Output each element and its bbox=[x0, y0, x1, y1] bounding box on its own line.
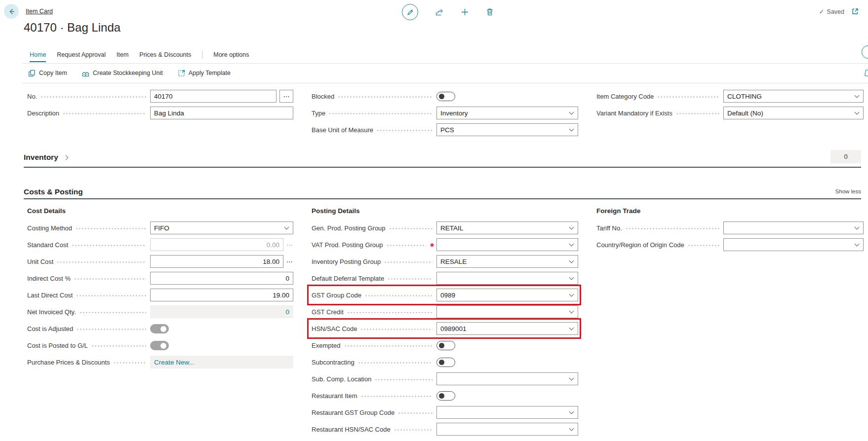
chevron-right-icon bbox=[63, 155, 68, 160]
field-base-uom-label: Base Unit of Measure bbox=[312, 126, 373, 134]
hsn-sac-code-label: HSN/SAC Code bbox=[312, 325, 357, 332]
no-input[interactable] bbox=[150, 90, 276, 103]
clipped-help-icon bbox=[862, 45, 868, 59]
tariff-no-dropdown[interactable] bbox=[723, 221, 864, 234]
field-default-deferral-template: Default Deferral Template bbox=[312, 272, 578, 285]
field-cost-is-adjusted: Cost is Adjusted bbox=[27, 322, 293, 335]
costs-posting-fasttab-header[interactable]: Costs & Posting bbox=[24, 185, 861, 198]
costing-method-dropdown[interactable]: FIFO bbox=[150, 221, 293, 234]
field-gst-group-code: GST Group Code 0989 bbox=[312, 289, 578, 301]
chevron-down-icon bbox=[855, 241, 860, 246]
chevron-down-icon bbox=[569, 409, 574, 414]
restaurant-item-toggle[interactable] bbox=[436, 391, 455, 401]
field-costing-method: Costing Method FIFO bbox=[27, 221, 293, 234]
description-input[interactable] bbox=[150, 107, 293, 119]
chevron-down-icon bbox=[855, 93, 860, 98]
chevron-down-icon bbox=[284, 224, 289, 229]
field-type: Type Inventory bbox=[312, 107, 578, 119]
restaurant-gst-group-code-label: Restaurant GST Group Code bbox=[312, 409, 395, 416]
subcontracting-toggle[interactable] bbox=[436, 358, 455, 367]
base-uom-dropdown[interactable]: PCS bbox=[436, 123, 578, 136]
edit-pencil-button[interactable] bbox=[402, 4, 418, 20]
chevron-down-icon bbox=[569, 375, 574, 380]
gst-group-code-dropdown[interactable]: 0989 bbox=[436, 289, 578, 301]
create-new-link[interactable]: Create New... bbox=[154, 359, 195, 366]
delete-button[interactable] bbox=[486, 8, 494, 16]
item-category-dropdown[interactable]: CLOTHING bbox=[723, 90, 864, 103]
item-card-page: Item Card bbox=[0, 0, 868, 441]
unit-cost-label: Unit Cost bbox=[27, 258, 53, 265]
field-subcontracting: Subcontracting bbox=[312, 356, 578, 368]
inventory-fasttab: Inventory 0 bbox=[24, 151, 861, 164]
field-blocked-label: Blocked bbox=[312, 93, 334, 100]
tab-more-options[interactable]: More options bbox=[213, 51, 249, 58]
chevron-down-icon bbox=[569, 426, 574, 431]
back-button[interactable] bbox=[4, 4, 19, 19]
inventory-fasttab-header[interactable]: Inventory bbox=[24, 151, 861, 164]
unit-cost-input[interactable] bbox=[150, 255, 283, 268]
chevron-down-icon bbox=[569, 292, 574, 296]
back-arrow-icon bbox=[7, 7, 16, 16]
inventory-section-title: Inventory bbox=[24, 153, 58, 162]
last-direct-cost-input[interactable] bbox=[150, 289, 293, 301]
no-assist-button[interactable]: ⋯ bbox=[279, 90, 293, 103]
blocked-toggle[interactable] bbox=[436, 92, 455, 101]
create-stockkeeping-unit-label: Create Stockkeeping Unit bbox=[93, 70, 163, 76]
breadcrumb[interactable]: Item Card bbox=[26, 8, 53, 15]
sub-comp-location-dropdown[interactable] bbox=[436, 372, 578, 385]
country-region-origin-dropdown[interactable] bbox=[723, 238, 864, 251]
inventory-section-rule bbox=[24, 167, 861, 168]
variant-mandatory-dropdown[interactable]: Default (No) bbox=[723, 107, 864, 119]
create-stockkeeping-unit-button[interactable]: Create Stockkeeping Unit bbox=[82, 70, 163, 77]
exempted-toggle[interactable] bbox=[436, 341, 455, 350]
chevron-down-icon bbox=[569, 308, 574, 313]
tab-prices-discounts[interactable]: Prices & Discounts bbox=[139, 51, 191, 58]
field-no: No. ⋯ bbox=[27, 90, 293, 103]
tab-divider bbox=[202, 51, 202, 59]
field-country-region-origin: Country/Region of Origin Code bbox=[596, 238, 864, 251]
field-unit-cost: Unit Cost ⋯ bbox=[27, 255, 293, 268]
new-item-button[interactable] bbox=[461, 8, 469, 16]
indirect-cost-input[interactable] bbox=[150, 272, 293, 285]
apply-template-button[interactable]: Apply Template bbox=[178, 70, 231, 77]
page-title: 40170 · Bag Linda bbox=[24, 21, 120, 35]
pencil-icon bbox=[406, 8, 414, 16]
copy-item-button[interactable]: Copy Item bbox=[28, 70, 67, 77]
exempted-label: Exempted bbox=[312, 342, 341, 349]
vat-prod-posting-group-dropdown[interactable] bbox=[436, 238, 578, 251]
tab-item[interactable]: Item bbox=[117, 51, 128, 58]
cost-is-posted-to-gl-label: Cost is Posted to G/L bbox=[27, 342, 88, 349]
cost-is-adjusted-label: Cost is Adjusted bbox=[27, 325, 73, 332]
standard-cost-assist-button[interactable]: ⋯ bbox=[286, 241, 293, 249]
costs-posting-content: Cost Details Costing Method FIFO Standar… bbox=[27, 207, 864, 440]
field-cost-is-posted-to-gl: Cost is Posted to G/L bbox=[27, 339, 293, 352]
command-toolbar bbox=[402, 4, 494, 20]
net-invoiced-qty-field: 0 bbox=[150, 305, 293, 318]
restaurant-hsn-sac-code-dropdown[interactable] bbox=[436, 423, 578, 436]
check-icon: ✓ bbox=[819, 8, 824, 15]
clipped-toolbar-icon bbox=[865, 70, 868, 77]
general-section: No. ⋯ Description Blocked bbox=[27, 90, 864, 140]
net-invoiced-qty-value[interactable]: 0 bbox=[285, 308, 289, 316]
share-button[interactable] bbox=[435, 8, 444, 16]
gen-prod-posting-group-dropdown[interactable]: RETAIL bbox=[436, 221, 578, 234]
unit-cost-assist-button[interactable]: ⋯ bbox=[286, 258, 293, 265]
gst-credit-label: GST Credit bbox=[312, 308, 344, 316]
purchase-prices-discounts-field: Create New... bbox=[150, 356, 293, 368]
inventory-posting-group-dropdown[interactable]: RESALE bbox=[436, 255, 578, 268]
tab-home[interactable]: Home bbox=[30, 51, 46, 58]
hsn-sac-code-dropdown[interactable]: 0989001 bbox=[436, 322, 578, 335]
field-last-direct-cost: Last Direct Cost bbox=[27, 289, 293, 301]
stockkeeping-unit-icon bbox=[82, 70, 89, 77]
restaurant-gst-group-code-dropdown[interactable] bbox=[436, 406, 578, 419]
tab-request-approval[interactable]: Request Approval bbox=[57, 51, 106, 58]
open-in-new-window-button[interactable] bbox=[851, 7, 859, 15]
show-less-link[interactable]: Show less bbox=[835, 188, 861, 194]
gst-credit-dropdown[interactable] bbox=[436, 305, 578, 318]
type-dropdown[interactable]: Inventory bbox=[436, 107, 578, 119]
field-description: Description bbox=[27, 107, 293, 119]
share-icon bbox=[435, 8, 444, 16]
restaurant-hsn-sac-code-label: Restaurant HSN/SAC Code bbox=[312, 426, 391, 433]
default-deferral-template-dropdown[interactable] bbox=[436, 272, 578, 285]
last-direct-cost-label: Last Direct Cost bbox=[27, 292, 73, 299]
